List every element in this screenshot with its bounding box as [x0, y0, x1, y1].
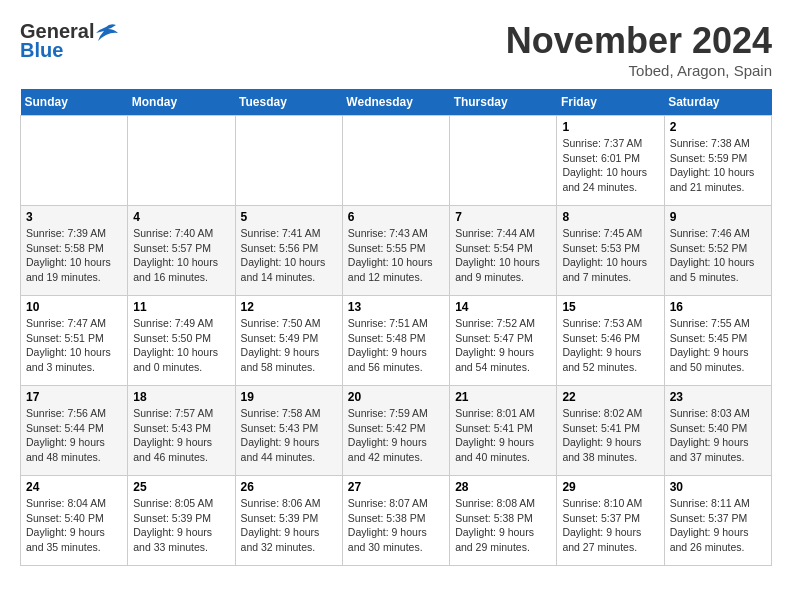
- day-number: 28: [455, 480, 551, 494]
- day-info: Sunrise: 8:08 AMSunset: 5:38 PMDaylight:…: [455, 496, 551, 555]
- day-info: Sunrise: 7:51 AMSunset: 5:48 PMDaylight:…: [348, 316, 444, 375]
- logo: General Blue: [20, 20, 118, 62]
- logo-bird-icon: [96, 23, 118, 41]
- day-number: 15: [562, 300, 658, 314]
- calendar-cell: 4Sunrise: 7:40 AMSunset: 5:57 PMDaylight…: [128, 206, 235, 296]
- day-number: 5: [241, 210, 337, 224]
- day-number: 19: [241, 390, 337, 404]
- day-number: 3: [26, 210, 122, 224]
- day-number: 25: [133, 480, 229, 494]
- day-info: Sunrise: 7:37 AMSunset: 6:01 PMDaylight:…: [562, 136, 658, 195]
- calendar-cell: [21, 116, 128, 206]
- day-info: Sunrise: 7:55 AMSunset: 5:45 PMDaylight:…: [670, 316, 766, 375]
- calendar-cell: 21Sunrise: 8:01 AMSunset: 5:41 PMDayligh…: [450, 386, 557, 476]
- calendar-cell: 16Sunrise: 7:55 AMSunset: 5:45 PMDayligh…: [664, 296, 771, 386]
- week-row-1: 1Sunrise: 7:37 AMSunset: 6:01 PMDaylight…: [21, 116, 772, 206]
- day-info: Sunrise: 7:40 AMSunset: 5:57 PMDaylight:…: [133, 226, 229, 285]
- calendar-cell: 27Sunrise: 8:07 AMSunset: 5:38 PMDayligh…: [342, 476, 449, 566]
- day-info: Sunrise: 7:43 AMSunset: 5:55 PMDaylight:…: [348, 226, 444, 285]
- weekday-header-friday: Friday: [557, 89, 664, 116]
- day-info: Sunrise: 8:03 AMSunset: 5:40 PMDaylight:…: [670, 406, 766, 465]
- day-number: 6: [348, 210, 444, 224]
- day-info: Sunrise: 7:56 AMSunset: 5:44 PMDaylight:…: [26, 406, 122, 465]
- week-row-2: 3Sunrise: 7:39 AMSunset: 5:58 PMDaylight…: [21, 206, 772, 296]
- calendar-cell: 12Sunrise: 7:50 AMSunset: 5:49 PMDayligh…: [235, 296, 342, 386]
- calendar-cell: 7Sunrise: 7:44 AMSunset: 5:54 PMDaylight…: [450, 206, 557, 296]
- month-title: November 2024: [506, 20, 772, 62]
- day-info: Sunrise: 7:52 AMSunset: 5:47 PMDaylight:…: [455, 316, 551, 375]
- calendar-cell: 26Sunrise: 8:06 AMSunset: 5:39 PMDayligh…: [235, 476, 342, 566]
- day-number: 30: [670, 480, 766, 494]
- calendar-cell: 29Sunrise: 8:10 AMSunset: 5:37 PMDayligh…: [557, 476, 664, 566]
- day-info: Sunrise: 7:53 AMSunset: 5:46 PMDaylight:…: [562, 316, 658, 375]
- day-info: Sunrise: 8:01 AMSunset: 5:41 PMDaylight:…: [455, 406, 551, 465]
- header: General Blue November 2024 Tobed, Aragon…: [20, 20, 772, 79]
- weekday-header-wednesday: Wednesday: [342, 89, 449, 116]
- day-number: 11: [133, 300, 229, 314]
- day-number: 13: [348, 300, 444, 314]
- location: Tobed, Aragon, Spain: [506, 62, 772, 79]
- day-info: Sunrise: 7:59 AMSunset: 5:42 PMDaylight:…: [348, 406, 444, 465]
- calendar-cell: 20Sunrise: 7:59 AMSunset: 5:42 PMDayligh…: [342, 386, 449, 476]
- calendar-cell: 1Sunrise: 7:37 AMSunset: 6:01 PMDaylight…: [557, 116, 664, 206]
- day-number: 24: [26, 480, 122, 494]
- calendar-cell: 25Sunrise: 8:05 AMSunset: 5:39 PMDayligh…: [128, 476, 235, 566]
- logo-blue: Blue: [20, 39, 63, 62]
- day-info: Sunrise: 7:44 AMSunset: 5:54 PMDaylight:…: [455, 226, 551, 285]
- day-info: Sunrise: 8:02 AMSunset: 5:41 PMDaylight:…: [562, 406, 658, 465]
- calendar-cell: [450, 116, 557, 206]
- calendar-cell: 18Sunrise: 7:57 AMSunset: 5:43 PMDayligh…: [128, 386, 235, 476]
- week-row-4: 17Sunrise: 7:56 AMSunset: 5:44 PMDayligh…: [21, 386, 772, 476]
- day-info: Sunrise: 7:46 AMSunset: 5:52 PMDaylight:…: [670, 226, 766, 285]
- week-row-3: 10Sunrise: 7:47 AMSunset: 5:51 PMDayligh…: [21, 296, 772, 386]
- day-info: Sunrise: 7:41 AMSunset: 5:56 PMDaylight:…: [241, 226, 337, 285]
- day-info: Sunrise: 7:39 AMSunset: 5:58 PMDaylight:…: [26, 226, 122, 285]
- calendar-table: SundayMondayTuesdayWednesdayThursdayFrid…: [20, 89, 772, 566]
- calendar-cell: 22Sunrise: 8:02 AMSunset: 5:41 PMDayligh…: [557, 386, 664, 476]
- day-info: Sunrise: 7:38 AMSunset: 5:59 PMDaylight:…: [670, 136, 766, 195]
- weekday-header-thursday: Thursday: [450, 89, 557, 116]
- weekday-header-sunday: Sunday: [21, 89, 128, 116]
- calendar-cell: 2Sunrise: 7:38 AMSunset: 5:59 PMDaylight…: [664, 116, 771, 206]
- day-info: Sunrise: 8:05 AMSunset: 5:39 PMDaylight:…: [133, 496, 229, 555]
- day-info: Sunrise: 7:57 AMSunset: 5:43 PMDaylight:…: [133, 406, 229, 465]
- day-info: Sunrise: 7:58 AMSunset: 5:43 PMDaylight:…: [241, 406, 337, 465]
- calendar-cell: [235, 116, 342, 206]
- day-number: 26: [241, 480, 337, 494]
- day-number: 22: [562, 390, 658, 404]
- calendar-cell: 19Sunrise: 7:58 AMSunset: 5:43 PMDayligh…: [235, 386, 342, 476]
- calendar-cell: 11Sunrise: 7:49 AMSunset: 5:50 PMDayligh…: [128, 296, 235, 386]
- day-number: 4: [133, 210, 229, 224]
- calendar-cell: 30Sunrise: 8:11 AMSunset: 5:37 PMDayligh…: [664, 476, 771, 566]
- calendar-cell: 3Sunrise: 7:39 AMSunset: 5:58 PMDaylight…: [21, 206, 128, 296]
- calendar-cell: 8Sunrise: 7:45 AMSunset: 5:53 PMDaylight…: [557, 206, 664, 296]
- week-row-5: 24Sunrise: 8:04 AMSunset: 5:40 PMDayligh…: [21, 476, 772, 566]
- calendar-cell: 10Sunrise: 7:47 AMSunset: 5:51 PMDayligh…: [21, 296, 128, 386]
- day-number: 20: [348, 390, 444, 404]
- day-number: 17: [26, 390, 122, 404]
- day-info: Sunrise: 8:04 AMSunset: 5:40 PMDaylight:…: [26, 496, 122, 555]
- calendar-cell: 17Sunrise: 7:56 AMSunset: 5:44 PMDayligh…: [21, 386, 128, 476]
- day-number: 21: [455, 390, 551, 404]
- calendar-cell: 14Sunrise: 7:52 AMSunset: 5:47 PMDayligh…: [450, 296, 557, 386]
- day-number: 2: [670, 120, 766, 134]
- day-number: 7: [455, 210, 551, 224]
- day-number: 27: [348, 480, 444, 494]
- day-number: 14: [455, 300, 551, 314]
- calendar-cell: 5Sunrise: 7:41 AMSunset: 5:56 PMDaylight…: [235, 206, 342, 296]
- day-number: 8: [562, 210, 658, 224]
- calendar-cell: [342, 116, 449, 206]
- day-number: 18: [133, 390, 229, 404]
- calendar-cell: [128, 116, 235, 206]
- calendar-cell: 9Sunrise: 7:46 AMSunset: 5:52 PMDaylight…: [664, 206, 771, 296]
- weekday-header-monday: Monday: [128, 89, 235, 116]
- calendar-cell: 15Sunrise: 7:53 AMSunset: 5:46 PMDayligh…: [557, 296, 664, 386]
- day-number: 9: [670, 210, 766, 224]
- title-area: November 2024 Tobed, Aragon, Spain: [506, 20, 772, 79]
- day-number: 10: [26, 300, 122, 314]
- day-info: Sunrise: 7:45 AMSunset: 5:53 PMDaylight:…: [562, 226, 658, 285]
- day-info: Sunrise: 8:11 AMSunset: 5:37 PMDaylight:…: [670, 496, 766, 555]
- day-info: Sunrise: 7:50 AMSunset: 5:49 PMDaylight:…: [241, 316, 337, 375]
- calendar-cell: 28Sunrise: 8:08 AMSunset: 5:38 PMDayligh…: [450, 476, 557, 566]
- weekday-header-tuesday: Tuesday: [235, 89, 342, 116]
